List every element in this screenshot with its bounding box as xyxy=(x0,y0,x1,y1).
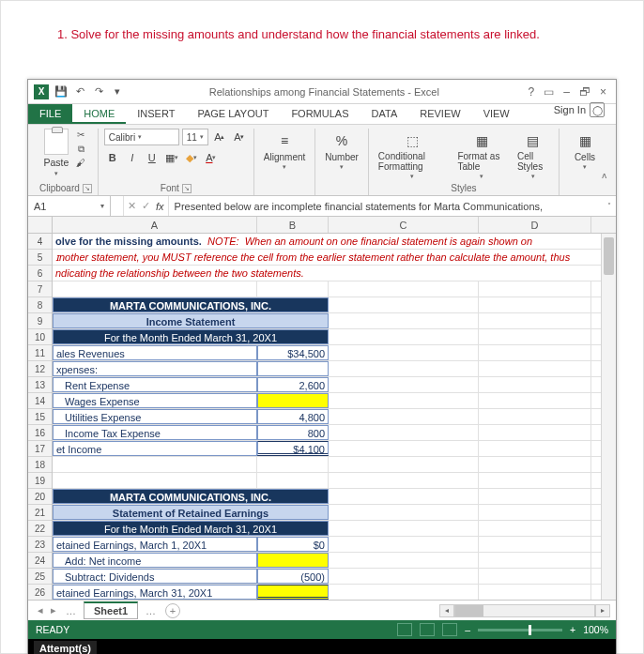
zoom-in-icon[interactable]: + xyxy=(570,624,575,635)
underline-button[interactable]: U xyxy=(144,149,161,166)
qat-more-icon[interactable]: ▾ xyxy=(111,85,124,99)
col-header-B[interactable]: B xyxy=(257,217,329,233)
cell[interactable]: et Income xyxy=(53,441,257,456)
sign-in-link[interactable]: Sign In xyxy=(554,104,586,115)
zoom-level[interactable]: 100% xyxy=(583,624,608,635)
save-icon[interactable]: 💾 xyxy=(54,85,68,99)
row-header[interactable]: 24 xyxy=(28,553,52,569)
cell[interactable]: ndicating the relationship between the t… xyxy=(53,266,307,281)
zoom-out-icon[interactable]: – xyxy=(465,624,470,635)
cell[interactable]: $0 xyxy=(257,537,329,552)
cell[interactable]: For the Month Ended March 31, 20X1 xyxy=(53,329,329,344)
cell[interactable]: For the Month Ended March 31, 20X1 xyxy=(53,521,329,536)
row-header[interactable]: 10 xyxy=(28,329,52,345)
tab-insert[interactable]: INSERT xyxy=(126,104,186,124)
help-icon[interactable]: ? xyxy=(529,85,535,99)
row-header[interactable]: 19 xyxy=(28,473,52,489)
format-painter-icon[interactable]: 🖌 xyxy=(74,157,87,169)
cells-button[interactable]: ▦ Cells▾ xyxy=(565,129,605,173)
row-header[interactable]: 11 xyxy=(28,345,52,361)
number-button[interactable]: % Number▾ xyxy=(321,129,362,173)
bold-button[interactable]: B xyxy=(104,149,121,166)
copy-icon[interactable]: ⧉ xyxy=(74,143,87,155)
row-header[interactable]: 12 xyxy=(28,361,52,377)
row-header[interactable]: 8 xyxy=(28,297,52,313)
cell[interactable]: MARTA COMMUNICATIONS, INC. xyxy=(53,489,329,504)
horizontal-scrollbar[interactable] xyxy=(454,604,595,617)
row-header[interactable]: 6 xyxy=(28,266,52,281)
cell[interactable]: xpenses: xyxy=(53,361,257,376)
zoom-slider[interactable] xyxy=(478,629,562,631)
col-header-C[interactable]: C xyxy=(329,217,479,233)
fill-color-icon[interactable]: ◆▾ xyxy=(183,149,200,166)
font-size-combo[interactable]: 11▾ xyxy=(182,129,208,145)
normal-view-icon[interactable] xyxy=(397,623,412,636)
tab-nav-prev-icon[interactable]: ◂ xyxy=(34,604,47,616)
cell[interactable]: olve for the missing amounts. xyxy=(55,236,202,247)
alignment-button[interactable]: ≡ Alignment▾ xyxy=(260,129,309,173)
paste-button[interactable]: Paste ▾ xyxy=(43,129,69,177)
row-header[interactable]: 9 xyxy=(28,313,52,329)
missing-cell[interactable] xyxy=(257,553,329,568)
cell[interactable]: 800 xyxy=(257,425,329,440)
restore-button[interactable]: 🗗 xyxy=(579,85,590,99)
row-header[interactable]: 17 xyxy=(28,441,52,457)
row-header[interactable]: 26 xyxy=(28,585,52,600)
cell[interactable]: Income Tax Expense xyxy=(53,425,257,440)
name-box[interactable]: A1▾ xyxy=(28,196,111,216)
tab-review[interactable]: REVIEW xyxy=(408,104,471,124)
missing-cell[interactable] xyxy=(257,393,329,408)
cell[interactable]: Utilities Expense xyxy=(53,409,257,424)
clipboard-dialog-icon[interactable]: ↘ xyxy=(83,184,92,193)
row-header[interactable]: 5 xyxy=(28,250,52,266)
enter-formula-icon[interactable]: ✓ xyxy=(142,200,150,212)
undo-icon[interactable]: ↶ xyxy=(73,85,86,99)
close-button[interactable]: × xyxy=(600,85,606,99)
collapse-ribbon-icon[interactable]: ʌ xyxy=(602,171,606,180)
redo-icon[interactable]: ↷ xyxy=(92,85,105,99)
row-header[interactable]: 20 xyxy=(28,489,52,505)
hscroll-right-icon[interactable]: ▸ xyxy=(595,604,610,617)
row-header[interactable]: 21 xyxy=(28,505,52,521)
tab-data[interactable]: DATA xyxy=(360,104,409,124)
cell[interactable]: Subtract: Dividends xyxy=(53,569,257,584)
cell-styles-button[interactable]: ▤ Cell Styles▾ xyxy=(514,129,553,182)
row-header[interactable]: 4 xyxy=(28,234,52,250)
page-layout-view-icon[interactable] xyxy=(420,623,435,636)
row-header[interactable]: 15 xyxy=(28,409,52,425)
cell[interactable]: Statement of Retained Earnings xyxy=(53,505,329,520)
hscroll-left-icon[interactable]: ◂ xyxy=(439,604,454,617)
row-header[interactable]: 16 xyxy=(28,425,52,441)
cell[interactable]: $4,100 xyxy=(257,441,329,456)
col-header-A[interactable]: A xyxy=(53,217,257,233)
grow-font-icon[interactable]: A▴ xyxy=(211,129,228,145)
sheet-tab[interactable]: Sheet1 xyxy=(84,601,138,619)
cut-icon[interactable]: ✂ xyxy=(74,129,87,141)
cell[interactable]: etained Earnings, March 31, 20X1 xyxy=(53,585,257,600)
borders-icon[interactable]: ▦▾ xyxy=(163,149,180,166)
row-header[interactable]: 22 xyxy=(28,521,52,537)
font-name-combo[interactable]: Calibri▾ xyxy=(104,129,179,145)
cell[interactable]: etained Earnings, March 1, 20X1 xyxy=(53,537,257,552)
page-break-view-icon[interactable] xyxy=(442,623,457,636)
cell[interactable]: Wages Expense xyxy=(53,393,257,408)
new-sheet-button[interactable]: + xyxy=(165,603,180,618)
row-header[interactable]: 23 xyxy=(28,537,52,553)
tab-page-layout[interactable]: PAGE LAYOUT xyxy=(186,104,280,124)
conditional-formatting-button[interactable]: ⬚ Conditional Formatting▾ xyxy=(375,129,451,182)
cell-grid[interactable]: olve for the missing amounts. NOTE: When… xyxy=(53,234,601,600)
account-avatar-icon[interactable]: ◯ xyxy=(590,102,605,117)
tab-view[interactable]: VIEW xyxy=(472,104,521,124)
cell[interactable]: $34,500 xyxy=(257,345,329,360)
cell[interactable]: Income Statement xyxy=(53,313,329,328)
cell[interactable]: 4,800 xyxy=(257,409,329,424)
select-all-corner[interactable] xyxy=(28,217,53,233)
cell[interactable]: ɪnother statement, you MUST reference th… xyxy=(53,250,573,265)
italic-button[interactable]: I xyxy=(124,149,141,166)
format-as-table-button[interactable]: ▦ Format as Table▾ xyxy=(453,129,510,182)
font-color-icon[interactable]: A▾ xyxy=(203,149,220,166)
row-header[interactable]: 18 xyxy=(28,457,52,473)
cell[interactable]: 2,600 xyxy=(257,377,329,392)
row-header[interactable]: 13 xyxy=(28,377,52,393)
missing-cell[interactable] xyxy=(257,585,329,600)
